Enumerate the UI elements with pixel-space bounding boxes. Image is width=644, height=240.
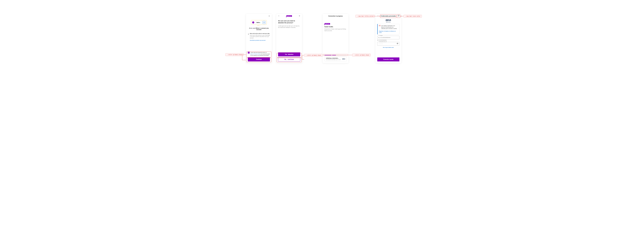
which-keys-link[interactable]: No sé qué claves usar (377, 47, 400, 48)
bank-subtitle: Bancomer (377, 21, 400, 23)
acme-badge: acme inc. (324, 23, 330, 25)
callout-color-primary-base-1: --color-primary-base (226, 53, 244, 56)
info-banner: Sólo tarjetas registradas en la Banca en… (377, 24, 400, 35)
screen-credentials: Credenciales personales BBVA Bancomer Só… (376, 14, 401, 63)
bbva-logo-icon: BBVA (377, 19, 400, 21)
screen-abandon: acme inc. Are you sure you want to aband… (276, 14, 302, 63)
eye-icon[interactable] (396, 43, 398, 45)
terms-text: I have read and accept the terms of Belv… (250, 52, 270, 56)
svg-rect-3 (379, 25, 380, 26)
back-icon[interactable] (377, 15, 379, 17)
progress-bar (324, 55, 346, 55)
card-icon (379, 25, 380, 29)
nav-bar (246, 14, 272, 18)
card-number-input[interactable] (377, 36, 400, 39)
svg-point-5 (397, 43, 398, 44)
nav-title: Credenciales personales (381, 15, 396, 17)
card-number-hint: Ej. 1111222233334444 (377, 40, 400, 41)
data-read-only-desc: Acme won't have access to your credentia… (250, 35, 270, 39)
abandon-subtitle: Credit approval can take up to 20 days b… (278, 25, 300, 28)
svg-rect-4 (379, 25, 380, 26)
belvo-logo: belvo (256, 22, 260, 23)
protect-account-link[interactable]: How Belvo protects my account (250, 40, 270, 41)
yes-abandon-button[interactable]: Yes abandon (278, 52, 300, 56)
password-input[interactable] (377, 42, 400, 46)
close-icon[interactable] (268, 15, 270, 17)
close-icon[interactable] (299, 15, 300, 17)
help-icon[interactable] (398, 15, 400, 17)
nav-bar: acme inc. (276, 14, 302, 18)
password-field: Contraseña bbva.mx (377, 42, 400, 46)
screen-consent: belvo Acme uses Belvo to connect you acc… (246, 14, 272, 63)
svg-point-0 (253, 23, 253, 23)
lock-icon (248, 33, 249, 35)
faster-credits-title: Faster Credits (324, 26, 346, 28)
card-number-field: Nº Tarjeta (377, 36, 400, 39)
abandon-title: Are you sure you want to abandon the pro… (278, 20, 300, 24)
status-title: Validating credentials... (326, 58, 341, 59)
acme-logo-icon (252, 21, 254, 24)
back-icon[interactable] (278, 15, 280, 17)
card-number-label: Nº Tarjeta (378, 35, 383, 36)
data-read-only-title: Belvo will only be able to read your dat… (250, 33, 270, 34)
callout-nav-bar-icon-color: --nav-bar-icon-color (404, 15, 422, 18)
brand-row: belvo (251, 20, 267, 25)
nav-bar: Connection in progress (323, 14, 348, 18)
screen-progress: Connection in progress acme inc. Faster … (323, 14, 348, 63)
bank-icon (262, 21, 266, 24)
continue-button[interactable]: Continue (248, 57, 270, 61)
terms-checkbox[interactable] (248, 52, 250, 54)
faster-credits-subtitle: Experience a faster credit approval link… (324, 28, 346, 32)
privacy-policy-link[interactable]: Belvo's Privacy Policy (250, 53, 260, 55)
nav-bar: Credenciales personales (376, 14, 401, 18)
consent-headline: Acme uses Belvo to connect you account (248, 28, 270, 30)
bbva-logo-icon: BBVA (342, 58, 345, 60)
register-card-link[interactable]: Registrar mi tarjeta en la Banca en Líne… (379, 31, 398, 33)
callout-color-primary-base-2: --color-primary-base (304, 54, 322, 57)
callout-nav-bar-title-color: --nav-bar-title-color (356, 15, 374, 18)
no-continue-button[interactable]: No, continue (278, 57, 300, 61)
callout-color-primary-base-3: --color-primary-base (352, 54, 370, 56)
status-card: Validating credentials... Connection can… (324, 56, 346, 61)
connect-account-button[interactable]: Conectar cuenta (377, 57, 400, 61)
acme-badge: acme inc. (286, 15, 292, 17)
nav-title: Connection in progress (328, 15, 343, 17)
password-label: Contraseña bbva.mx (378, 41, 388, 42)
status-subtitle: Connection can take up to 2 min (326, 59, 341, 60)
